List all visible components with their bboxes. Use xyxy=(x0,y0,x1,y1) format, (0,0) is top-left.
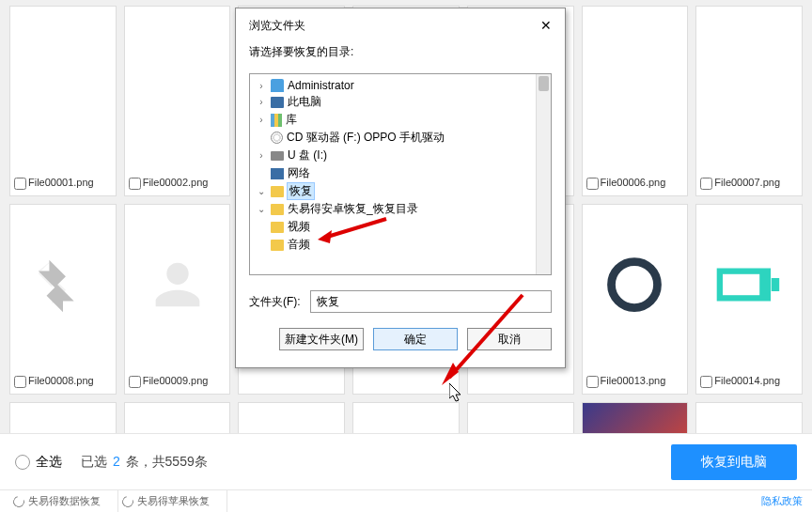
file-card[interactable]: File00007.png xyxy=(695,6,803,196)
file-checkbox[interactable] xyxy=(700,178,712,190)
folder-label: 文件夹(F): xyxy=(249,294,301,310)
refresh-icon xyxy=(120,493,135,508)
file-name: File00002.png xyxy=(143,177,209,188)
cd-icon xyxy=(271,132,283,144)
library-icon xyxy=(271,114,282,127)
file-checkbox[interactable] xyxy=(14,376,26,388)
select-all-label: 全选 xyxy=(36,454,62,471)
tree-item[interactable]: 视频 xyxy=(288,219,310,235)
pc-icon xyxy=(271,97,284,108)
file-card[interactable]: File00006.png xyxy=(582,6,689,196)
bottom-toolbar: 全选 已选 2 条，共5559条 恢复到电脑 xyxy=(0,433,812,489)
tree-item-selected[interactable]: 恢复 xyxy=(288,183,314,199)
file-name: File00009.png xyxy=(143,375,209,386)
file-card[interactable]: File00009.png xyxy=(124,204,231,395)
svg-point-0 xyxy=(612,262,658,308)
file-checkbox[interactable] xyxy=(14,178,26,190)
tree-item[interactable]: 此电脑 xyxy=(288,94,321,110)
file-checkbox[interactable] xyxy=(700,376,712,388)
footer-link[interactable]: 失易得苹果恢复 xyxy=(118,490,227,512)
annotation-arrow-icon xyxy=(432,291,526,395)
file-name: File00007.png xyxy=(714,177,780,188)
file-checkbox[interactable] xyxy=(586,376,599,388)
usb-icon xyxy=(271,151,284,161)
annotation-arrow-icon xyxy=(313,211,388,249)
file-card[interactable]: File00002.png xyxy=(124,6,231,196)
file-checkbox[interactable] xyxy=(129,376,141,388)
file-card[interactable]: File00014.png xyxy=(695,204,803,395)
file-name: File00006.png xyxy=(601,177,666,188)
file-card[interactable]: File00001.png xyxy=(9,6,117,196)
dialog-subtitle: 请选择要恢复的目录: xyxy=(236,39,565,64)
tree-scrollbar[interactable] xyxy=(536,74,551,274)
radio-icon[interactable] xyxy=(15,455,30,470)
dialog-titlebar: 浏览文件夹 ✕ xyxy=(236,8,565,39)
footer-bar: 失易得数据恢复 失易得苹果恢复 隐私政策 xyxy=(0,489,812,512)
close-icon[interactable]: ✕ xyxy=(537,16,555,35)
cursor-icon xyxy=(449,383,466,404)
file-checkbox[interactable] xyxy=(129,178,141,190)
file-name: File00013.png xyxy=(601,375,666,386)
dialog-title: 浏览文件夹 xyxy=(249,18,305,34)
file-name: File00008.png xyxy=(28,375,94,386)
file-card[interactable]: File00008.png xyxy=(9,204,117,395)
user-icon xyxy=(271,79,284,92)
footer-link[interactable]: 失易得数据恢复 xyxy=(9,490,118,512)
tree-item[interactable]: 网络 xyxy=(288,165,310,181)
tree-item[interactable]: U 盘 (I:) xyxy=(288,147,327,163)
svg-rect-2 xyxy=(772,278,779,291)
folder-icon xyxy=(271,240,284,251)
select-all[interactable]: 全选 xyxy=(15,454,62,471)
new-folder-button[interactable]: 新建文件夹(M) xyxy=(279,328,364,350)
folder-icon xyxy=(271,204,284,215)
file-name: File00014.png xyxy=(714,375,780,386)
folder-icon xyxy=(271,186,284,197)
file-name: File00001.png xyxy=(28,177,94,188)
file-card[interactable]: File00013.png xyxy=(582,204,689,395)
recover-button[interactable]: 恢复到电脑 xyxy=(671,444,797,480)
tree-item[interactable]: 库 xyxy=(286,112,297,128)
refresh-icon xyxy=(11,493,26,508)
tree-item[interactable]: CD 驱动器 (F:) OPPO 手机驱动 xyxy=(287,130,445,146)
selection-count: 已选 2 条，共5559条 xyxy=(81,454,208,471)
file-checkbox[interactable] xyxy=(586,178,599,190)
folder-tree[interactable]: ›Administrator ›此电脑 ›库 CD 驱动器 (F:) OPPO … xyxy=(249,73,552,275)
network-icon xyxy=(271,168,284,179)
tree-item[interactable]: Administrator xyxy=(288,79,354,92)
privacy-link[interactable]: 隐私政策 xyxy=(761,494,803,508)
folder-icon xyxy=(271,222,284,233)
svg-rect-3 xyxy=(723,274,759,295)
tree-item[interactable]: 音频 xyxy=(288,237,310,253)
